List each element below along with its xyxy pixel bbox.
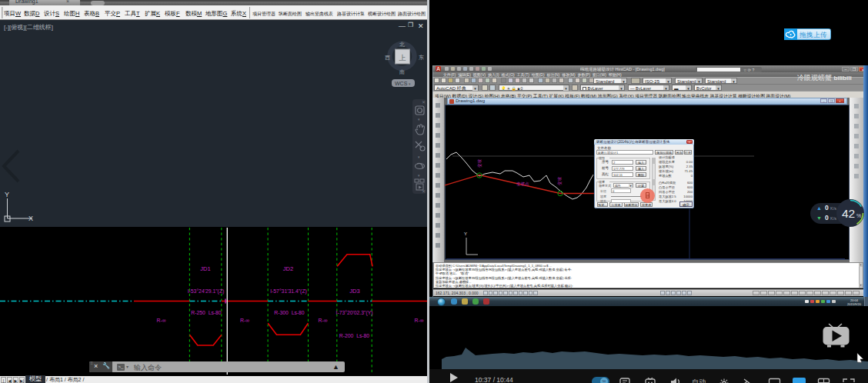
svg-text:✕: ✕: [422, 189, 426, 194]
svg-text:R-∞: R-∞: [318, 318, 327, 323]
svg-text:R-∞: R-∞: [414, 318, 423, 323]
svg-text:北: 北: [399, 42, 405, 48]
svg-text:WCS: WCS: [395, 81, 408, 86]
svg-text:R-∞: R-∞: [240, 318, 249, 323]
svg-text:R-300 Ls-80: R-300 Ls-80: [274, 310, 305, 315]
svg-text:JD2: JD2: [283, 265, 293, 272]
svg-text:东: 东: [419, 55, 424, 60]
svg-text:南: 南: [399, 69, 405, 75]
svg-text:R-200 Ls-80: R-200 Ls-80: [339, 333, 370, 338]
svg-text:I-53°24'29.1"(Z): I-53°24'29.1"(Z): [188, 288, 225, 295]
svg-text:▾: ▾: [418, 155, 420, 159]
svg-text:Y: Y: [464, 231, 467, 236]
svg-text:I-73°20'02.3"(Y): I-73°20'02.3"(Y): [336, 310, 373, 316]
svg-text:42: 42: [842, 207, 855, 220]
svg-text:JD3: JD3: [349, 288, 359, 295]
svg-text:R-250 Ls-80: R-250 Ls-80: [191, 310, 222, 315]
svg-text:✕: ✕: [422, 100, 426, 105]
svg-text:上: 上: [399, 54, 406, 62]
svg-text:R-∞: R-∞: [156, 318, 165, 323]
svg-text:变坡: 变坡: [557, 177, 563, 186]
svg-text:JD1: JD1: [200, 265, 210, 272]
svg-text:X: X: [28, 215, 33, 222]
svg-text:%: %: [856, 213, 861, 218]
svg-text:变坡点: 变坡点: [516, 182, 529, 187]
svg-text:▾: ▾: [418, 173, 420, 178]
svg-text:变坡: 变坡: [477, 159, 482, 168]
svg-text:西: 西: [385, 55, 390, 61]
svg-text:Y: Y: [5, 191, 9, 198]
svg-text:I-57°31'31.4"(Z): I-57°31'31.4"(Z): [270, 288, 307, 295]
svg-text:▾: ▾: [418, 117, 420, 122]
